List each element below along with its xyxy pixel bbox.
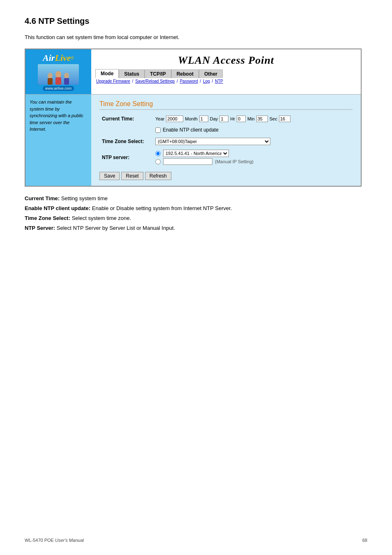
desc-timezone-bold: Time Zone Select: xyxy=(25,215,70,221)
sub-link-save[interactable]: Save/Reload Settings xyxy=(135,79,175,83)
page-footer: WL-5470 POE User's Manual 68 xyxy=(25,538,367,543)
logo-live: Live xyxy=(55,53,71,63)
sidebar-text: You can maintain the system time by sync… xyxy=(30,99,83,132)
year-input[interactable] xyxy=(166,116,183,122)
sub-link-ntp[interactable]: NTP xyxy=(215,79,223,83)
nav-tab-mode[interactable]: Mode xyxy=(95,69,119,78)
timezone-select[interactable]: (GMT+08:00)Taipei xyxy=(155,138,270,145)
timezone-row: Time Zone Select: (GMT+08:00)Taipei xyxy=(99,136,353,147)
logo-superscript: ® xyxy=(71,56,74,60)
desc-current-time-text: Setting system time xyxy=(61,195,108,201)
refresh-button[interactable]: Refresh xyxy=(145,172,171,180)
svg-rect-2 xyxy=(48,78,53,85)
nav-tab-reboot[interactable]: Reboot xyxy=(171,69,199,78)
min-input[interactable] xyxy=(256,116,268,122)
day-label: Day xyxy=(210,116,218,121)
ntp-server-label: NTP server: xyxy=(99,147,153,168)
router-content: You can maintain the system time by sync… xyxy=(25,95,361,186)
button-row: Save Reset Refresh xyxy=(99,172,353,180)
sec-input[interactable] xyxy=(279,116,291,122)
logo-image xyxy=(38,64,79,85)
footer-left: WL-5470 POE User's Manual xyxy=(25,538,84,543)
logo-text: Air Live ® xyxy=(43,53,74,63)
current-time-row: Current Time: Year Month Day Hr Min xyxy=(99,114,353,124)
enable-ntp-container: Enable NTP client update xyxy=(155,125,350,134)
router-ui-box: Air Live ® xyxy=(25,49,362,187)
day-input[interactable] xyxy=(219,116,228,122)
form-table: Current Time: Year Month Day Hr Min xyxy=(99,114,353,168)
nav-tab-other[interactable]: Other xyxy=(199,69,223,78)
ntp-radio-list[interactable] xyxy=(155,151,161,156)
hr-input[interactable] xyxy=(237,116,246,122)
enable-ntp-row: Enable NTP client update xyxy=(99,124,353,136)
header-right: WLAN Access Point Mode Status TCP/IP Reb… xyxy=(91,49,361,94)
main-content: Time Zone Setting Current Time: Year Mon… xyxy=(91,95,361,186)
min-label: Min xyxy=(247,116,255,121)
logo-url: www.airlive.com xyxy=(43,86,74,91)
year-label: Year xyxy=(155,116,164,121)
nav-tabs: Mode Status TCP/IP Reboot Other xyxy=(91,69,361,78)
reset-button[interactable]: Reset xyxy=(121,172,143,180)
desc-current-time: Current Time: Setting system time xyxy=(25,194,367,203)
sub-link-upgrade[interactable]: Upgrade Firmware xyxy=(96,79,130,83)
ntp-radio-manual-row: (Manual IP Setting) xyxy=(155,158,350,165)
desc-enable-ntp-bold: Enable NTP client update: xyxy=(25,205,90,211)
svg-point-1 xyxy=(48,73,53,79)
ntp-server-cell: 192.5.41.41 - North America (Manual IP S… xyxy=(153,147,353,168)
enable-ntp-label: Enable NTP client update xyxy=(163,127,219,133)
desc-enable-ntp-text: Enable or Disable setting system from In… xyxy=(92,205,232,211)
timezone-cell: (GMT+08:00)Taipei xyxy=(153,136,353,147)
svg-point-5 xyxy=(64,73,69,79)
nav-tab-status[interactable]: Status xyxy=(119,69,145,78)
desc-ntp-server-text: Select NTP Server by Server List or Manu… xyxy=(57,225,175,231)
nav-tab-tcpip[interactable]: TCP/IP xyxy=(145,69,171,78)
sidebar: You can maintain the system time by sync… xyxy=(25,95,91,186)
hr-label: Hr xyxy=(230,116,235,121)
save-button[interactable]: Save xyxy=(99,172,120,180)
current-time-inputs: Year Month Day Hr Min Sec xyxy=(153,114,353,124)
ntp-manual-label: (Manual IP Setting) xyxy=(215,159,254,164)
enable-ntp-spacer xyxy=(99,124,153,136)
description-section: Current Time: Setting system time Enable… xyxy=(25,194,367,233)
enable-ntp-cell: Enable NTP client update xyxy=(153,124,353,136)
router-header: Air Live ® xyxy=(25,49,361,95)
desc-current-time-bold: Current Time: xyxy=(25,195,60,201)
wlan-title: WLAN Access Point xyxy=(91,49,361,69)
ntp-manual-input[interactable] xyxy=(163,158,212,165)
page-description: This function can set system time from l… xyxy=(25,34,367,40)
time-inputs-container: Year Month Day Hr Min Sec xyxy=(155,116,350,122)
month-label: Month xyxy=(185,116,198,121)
desc-timezone-text: Select system time zone. xyxy=(72,215,131,221)
enable-ntp-checkbox[interactable] xyxy=(155,127,161,133)
logo-air: Air xyxy=(43,53,55,63)
month-input[interactable] xyxy=(199,116,208,122)
sub-link-log[interactable]: Log xyxy=(203,79,210,83)
desc-timezone: Time Zone Select: Select system time zon… xyxy=(25,214,367,223)
sec-label: Sec xyxy=(270,116,277,121)
desc-ntp-server-bold: NTP Server: xyxy=(25,225,55,231)
ntp-radio-list-row: 192.5.41.41 - North America xyxy=(155,150,350,157)
ntp-server-select[interactable]: 192.5.41.41 - North America xyxy=(163,150,229,157)
desc-enable-ntp: Enable NTP client update: Enable or Disa… xyxy=(25,204,367,213)
svg-rect-6 xyxy=(64,78,69,85)
svg-rect-4 xyxy=(55,77,61,85)
timezone-label: Time Zone Select: xyxy=(99,136,153,147)
desc-ntp-server: NTP Server: Select NTP Server by Server … xyxy=(25,224,367,233)
sub-nav: Upgrade Firmware / Save/Reload Settings … xyxy=(91,78,361,85)
current-time-label: Current Time: xyxy=(99,114,153,124)
svg-point-3 xyxy=(55,71,61,78)
ntp-radio-manual[interactable] xyxy=(155,159,161,164)
sub-link-password[interactable]: Password xyxy=(180,79,198,83)
footer-right: 68 xyxy=(362,538,367,543)
section-title: Time Zone Setting xyxy=(99,100,353,110)
page-title: 4.6 NTP Settings xyxy=(25,16,367,26)
ntp-server-row: NTP server: 192.5.41.41 - North America xyxy=(99,147,353,168)
logo-area: Air Live ® xyxy=(25,49,91,94)
